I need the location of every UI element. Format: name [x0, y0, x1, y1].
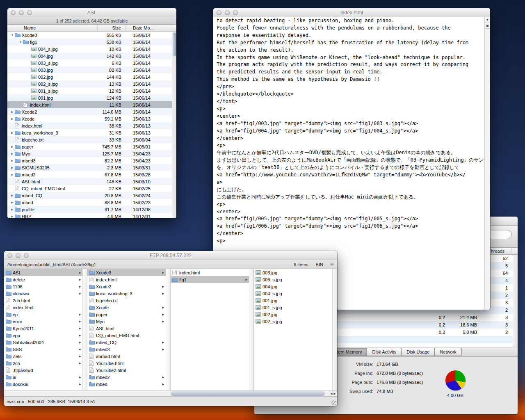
- ftp-item[interactable]: vpp▶: [4, 332, 82, 339]
- scrollbar-thumb[interactable]: [171, 391, 325, 396]
- disclosure-closed-icon[interactable]: ▶: [10, 117, 15, 121]
- tab-disk-usage[interactable]: Disk Usage: [402, 348, 435, 356]
- ftp-item[interactable]: ep▶: [4, 311, 82, 318]
- column-scrollbar[interactable]: [332, 269, 337, 390]
- ftp-item[interactable]: Xcode2▶: [87, 283, 166, 290]
- ftp-item[interactable]: YouTube2.html: [87, 367, 166, 374]
- ftp-item[interactable]: ai▶: [4, 374, 82, 381]
- ftp-item[interactable]: Kyoto2011▶: [4, 325, 82, 332]
- finder-row[interactable]: ▶Myo125.7 MB15/04/23: [7, 150, 176, 157]
- tab-disk-activity[interactable]: Disk Activity: [367, 348, 402, 356]
- finder-row[interactable]: 001.jpg124 KB15/06/14: [7, 94, 176, 101]
- finder-row[interactable]: 002.jpg144 KB15/06/14: [7, 73, 176, 80]
- disclosure-closed-icon[interactable]: ▶: [10, 173, 15, 176]
- ftp-item[interactable]: abroad.html: [87, 353, 166, 360]
- finder-row[interactable]: 004_s.jpg10 KB15/06/14: [7, 46, 176, 52]
- finder-row[interactable]: ▶mbed382.2 MB15/04/23: [7, 157, 176, 164]
- minimize-button[interactable]: [225, 10, 230, 15]
- ftp-item[interactable]: ASL▶: [4, 269, 82, 276]
- disclosure-closed-icon[interactable]: ▶: [10, 208, 15, 211]
- ftp-item[interactable]: mbed_CQ▶: [87, 339, 166, 346]
- scroll-left-icon[interactable]: ◀: [330, 392, 332, 395]
- scroll-menu-icon[interactable]: ▼: [485, 17, 490, 23]
- column-scrollbar[interactable]: [166, 269, 170, 390]
- ftp-item[interactable]: Xcode3▶: [87, 269, 166, 276]
- finder-row[interactable]: ▶Xcode59.1 MB15/06/13: [7, 115, 176, 122]
- ftp-item[interactable]: ASL.html: [87, 325, 166, 332]
- finder-row[interactable]: 002_s.jpg13 KB15/06/14: [7, 80, 176, 87]
- editor-titlebar[interactable]: index.html: [213, 8, 490, 17]
- finder-row[interactable]: ASL.html148 KB15/03/10: [7, 178, 176, 185]
- finder-row[interactable]: index.html11 KB15/06/14: [7, 101, 176, 108]
- close-button[interactable]: [11, 10, 16, 15]
- ftp-item[interactable]: okinawa▶: [4, 290, 82, 297]
- disclosure-open-icon[interactable]: ▼: [10, 34, 15, 37]
- ftp-item[interactable]: delete▶: [4, 276, 82, 283]
- ftp-item[interactable]: Sabbatical2004▶: [4, 339, 82, 346]
- zoom-button[interactable]: [27, 10, 32, 15]
- ftp-item[interactable]: index.html: [4, 304, 82, 311]
- finder-row[interactable]: ▶SIGMUS02052.3 MB15/03/31: [7, 164, 176, 171]
- disclosure-closed-icon[interactable]: ▶: [10, 166, 15, 169]
- ftp-item[interactable]: kuca_workshop_3▶: [87, 290, 166, 297]
- finder-row[interactable]: 003_s.jpg6 KB15/06/14: [7, 59, 176, 66]
- finder-row[interactable]: ▶profile31.7 MB14/12/08: [7, 206, 176, 213]
- ftp-item[interactable]: Xcode▶: [87, 304, 166, 311]
- page-marker-icon[interactable]: ▣: [485, 23, 490, 29]
- ftp-item[interactable]: mbed2▶: [87, 374, 166, 381]
- ftp-item[interactable]: error▶: [4, 318, 82, 325]
- column-scrollbar[interactable]: [249, 269, 253, 390]
- disclosure-closed-icon[interactable]: ▶: [10, 201, 15, 204]
- finder-row[interactable]: 001_s.jpg12 KB15/06/14: [7, 87, 176, 94]
- ftp-browser[interactable]: ASL▶delete▶1106▶okinawa▶2ch.htmlindex.ht…: [4, 269, 337, 390]
- ftp-item[interactable]: 2ch▶: [4, 360, 82, 367]
- finder-row[interactable]: ▶Xcode2114.6 MB15/06/14: [7, 108, 176, 115]
- editor-scrollbar[interactable]: ▼ ▣: [484, 17, 490, 310]
- tab-network[interactable]: Network: [435, 348, 461, 356]
- ftp-item[interactable]: mbed▶: [87, 381, 166, 388]
- disclosure-closed-icon[interactable]: ▶: [10, 215, 15, 218]
- scrollbar-thumb[interactable]: [173, 32, 176, 56]
- disclosure-closed-icon[interactable]: ▶: [10, 110, 15, 114]
- ftp-item[interactable]: .htpasswd: [4, 367, 82, 374]
- ftp-item[interactable]: 001_s.jpg: [254, 304, 332, 311]
- ftp-item[interactable]: Myo▶: [87, 318, 166, 325]
- ftp-item[interactable]: fig1▶: [171, 276, 249, 283]
- finder-row[interactable]: 004.jpg142 KB15/06/14: [7, 52, 176, 59]
- finder-row[interactable]: 003.jpg82 KB15/06/14: [7, 66, 176, 73]
- finder-row[interactable]: ▶mbed267.8 MB15/03/28: [7, 171, 176, 178]
- finder-row[interactable]: index.html38 KB15/06/13: [7, 122, 176, 129]
- column-header-date[interactable]: Date Mo...: [126, 25, 176, 31]
- ftp-item[interactable]: 004.jpg: [254, 283, 332, 290]
- ftp-item[interactable]: 1106▶: [4, 283, 82, 290]
- ftp-item[interactable]: 003_s.jpg: [254, 276, 332, 283]
- disclosure-closed-icon[interactable]: ▶: [10, 152, 15, 155]
- close-button[interactable]: [217, 10, 221, 15]
- finder-row[interactable]: ▶paper745.7 MB15/05/01: [7, 143, 176, 150]
- zoom-button[interactable]: [24, 253, 29, 258]
- finder-list[interactable]: ▼Xcode3555 KB15/06/14▼fig1538 KB15/06/14…: [7, 32, 176, 218]
- ftp-item[interactable]: SSS▶: [4, 346, 82, 353]
- disclosure-open-icon[interactable]: ▼: [18, 41, 23, 43]
- ftp-item[interactable]: index.html: [87, 276, 166, 283]
- ftp-item[interactable]: bigecho.txt: [87, 297, 166, 304]
- finder-row[interactable]: ▶HRP4.9 MB14/12/01: [7, 213, 176, 218]
- ftp-item[interactable]: 003.jpg: [254, 269, 332, 276]
- close-button[interactable]: [7, 253, 12, 258]
- finder-titlebar[interactable]: ASL: [7, 8, 176, 17]
- ftp-item[interactable]: 004_s.jpg: [254, 290, 332, 297]
- ftp-item[interactable]: paper▶: [87, 311, 166, 318]
- disclosure-closed-icon[interactable]: ▶: [10, 145, 15, 148]
- ftp-item[interactable]: 002_s.jpg: [254, 318, 332, 325]
- finder-row[interactable]: bigecho.txt33 KB15/06/04: [7, 136, 176, 143]
- ftp-item[interactable]: Zets▶: [4, 353, 82, 360]
- ftp-item[interactable]: CQ_mbed_EMG.html: [87, 332, 166, 339]
- finder-row[interactable]: ▼Xcode3555 KB15/06/14: [7, 32, 176, 39]
- ftp-item[interactable]: index.html: [171, 269, 249, 276]
- zoom-button[interactable]: [233, 10, 238, 15]
- column-header-size[interactable]: Size: [98, 25, 126, 31]
- ftp-titlebar[interactable]: FTP 209.54.57.222: [4, 251, 337, 260]
- resize-grip[interactable]: [331, 400, 336, 405]
- disclosure-closed-icon[interactable]: ▶: [10, 159, 15, 162]
- ftp-transfer-mode[interactable]: BIN: [316, 262, 323, 267]
